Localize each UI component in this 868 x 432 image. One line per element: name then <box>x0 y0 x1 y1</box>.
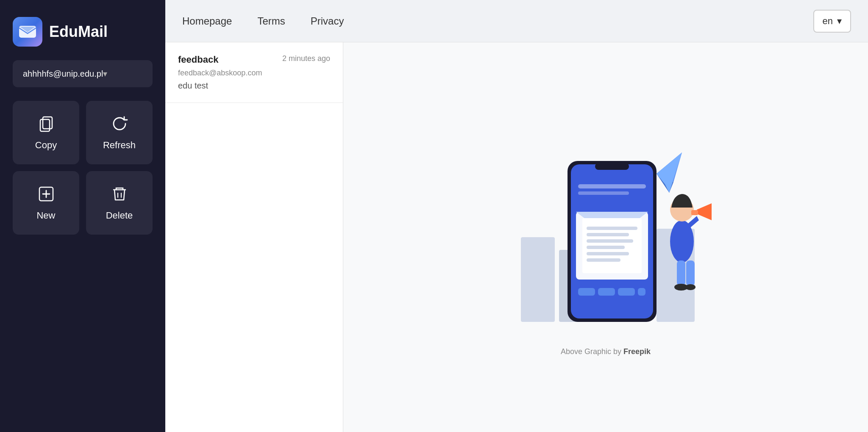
svg-rect-16 <box>578 191 629 195</box>
svg-rect-25 <box>578 288 595 296</box>
svg-point-35 <box>685 284 696 290</box>
credit-brand: Freepik <box>623 347 651 356</box>
logo-text: EduMail <box>49 23 108 41</box>
copy-label: Copy <box>35 140 57 151</box>
svg-rect-31 <box>691 210 698 215</box>
email-selector[interactable]: ahhhhfs@unip.edu.pl ▾ <box>13 60 153 87</box>
email-time: 2 minutes ago <box>282 54 330 63</box>
email-sender: feedback <box>178 54 218 65</box>
svg-rect-9 <box>521 237 555 322</box>
svg-rect-32 <box>677 260 685 286</box>
svg-rect-1 <box>43 117 52 129</box>
email-item[interactable]: feedback 2 minutes ago feedback@abskoop.… <box>165 42 343 103</box>
delete-label: Delete <box>106 210 133 221</box>
lang-value: en <box>823 16 833 27</box>
lang-chevron-icon: ▾ <box>837 16 842 27</box>
main-content: Homepage Terms Privacy en ▾ feedback 2 m… <box>165 0 868 432</box>
svg-rect-15 <box>578 184 646 188</box>
new-icon <box>37 185 56 203</box>
svg-rect-24 <box>587 258 620 262</box>
svg-rect-28 <box>638 288 645 296</box>
illustration-panel: Above Graphic by Freepik <box>343 42 868 432</box>
refresh-label: Refresh <box>103 140 136 151</box>
new-label: New <box>36 210 55 221</box>
new-button[interactable]: New <box>13 171 79 235</box>
nav-terms[interactable]: Terms <box>257 15 285 27</box>
svg-rect-21 <box>587 239 633 243</box>
content-area: feedback 2 minutes ago feedback@abskoop.… <box>165 42 868 432</box>
nav-privacy[interactable]: Privacy <box>311 15 344 27</box>
svg-rect-22 <box>587 246 625 249</box>
email-item-header: feedback 2 minutes ago <box>178 54 330 65</box>
svg-rect-27 <box>618 288 635 296</box>
email-list: feedback 2 minutes ago feedback@abskoop.… <box>165 42 343 432</box>
svg-rect-14 <box>595 163 629 170</box>
action-grid: Copy Refresh New <box>13 101 153 235</box>
svg-rect-26 <box>598 288 615 296</box>
illustration-svg <box>495 119 716 339</box>
email-from: feedback@abskoop.com <box>178 69 330 78</box>
credit-prefix: Above Graphic by <box>561 347 623 356</box>
email-subject: edu test <box>178 81 330 91</box>
graphic-credit: Above Graphic by Freepik <box>561 347 651 356</box>
svg-rect-19 <box>587 227 637 230</box>
top-nav: Homepage Terms Privacy en ▾ <box>165 0 868 42</box>
svg-rect-20 <box>587 233 629 236</box>
logo-area: EduMail <box>13 17 153 47</box>
refresh-icon <box>110 114 129 133</box>
logo-icon <box>13 17 42 47</box>
chevron-down-icon: ▾ <box>103 69 142 79</box>
delete-button[interactable]: Delete <box>86 171 153 235</box>
svg-rect-33 <box>686 260 695 286</box>
svg-rect-23 <box>587 252 629 255</box>
delete-icon <box>110 185 129 203</box>
language-selector[interactable]: en ▾ <box>813 10 851 33</box>
copy-button[interactable]: Copy <box>13 101 79 164</box>
copy-icon <box>37 114 56 133</box>
email-address: ahhhhfs@unip.edu.pl <box>23 69 103 79</box>
nav-homepage[interactable]: Homepage <box>182 15 232 27</box>
sidebar: EduMail ahhhhfs@unip.edu.pl ▾ Copy Refre… <box>0 0 165 432</box>
refresh-button[interactable]: Refresh <box>86 101 153 164</box>
svg-rect-2 <box>40 119 50 131</box>
